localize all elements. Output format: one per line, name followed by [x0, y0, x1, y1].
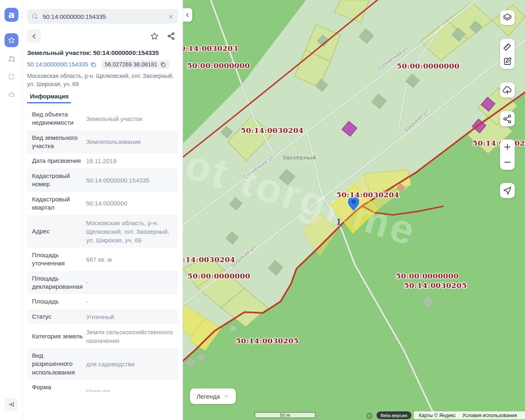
- chevron-up-icon: [223, 393, 229, 399]
- table-row: Форма собственностиЧастная: [27, 380, 178, 392]
- page-title: Земельный участок: 50:14:0000000:154335: [27, 49, 180, 57]
- table-row: Дата присвоения18.11.2019: [27, 153, 178, 169]
- zoom-in-button[interactable]: [500, 139, 515, 155]
- tab-underline: [27, 102, 71, 103]
- app-logo[interactable]: a: [5, 8, 18, 22]
- login-button[interactable]: [5, 398, 18, 411]
- cadastral-number-link[interactable]: 50:14:0000000:154335: [27, 61, 96, 68]
- table-row: Кадастровый квартал50:14:0000000: [27, 192, 178, 215]
- locate-me-button[interactable]: [500, 183, 515, 198]
- sidebar-item-favorites[interactable]: [5, 33, 18, 47]
- copy-icon[interactable]: [160, 62, 166, 68]
- cadastral-app: a: [0, 0, 525, 420]
- place-label: Заозёрный: [282, 154, 316, 161]
- coordinates-chip[interactable]: 56.027269 38.08181: [101, 60, 169, 69]
- table-row: Вид земельного участкаЗемлепользование: [27, 130, 178, 154]
- left-rail: a: [0, 0, 23, 420]
- collapse-panel-button[interactable]: [183, 8, 192, 22]
- ruler-button[interactable]: [500, 40, 515, 54]
- house-number-label: 52: [231, 326, 236, 331]
- search-bar: ×: [27, 9, 178, 24]
- detail-panel: × Земельный участок: 50:14:0000000:15433…: [23, 0, 183, 420]
- layers-button[interactable]: [500, 10, 515, 25]
- attributes-table: Вид объекта недвижимостиЗемельный участо…: [27, 107, 178, 392]
- dashed-square-icon: [8, 73, 15, 80]
- scale-bar: 50 m: [255, 412, 315, 418]
- table-row: Площадь-: [27, 294, 178, 309]
- sidebar-item-area-select[interactable]: [8, 73, 15, 80]
- upload-button[interactable]: [500, 82, 515, 98]
- polygon-nodes-icon: [8, 55, 15, 62]
- tab-information[interactable]: Информация: [30, 93, 68, 100]
- cadastral-label: 50:00:0000000: [396, 272, 459, 280]
- cadastral-label: 50:14:0030205: [236, 337, 299, 345]
- terms-of-use-link[interactable]: Условия использования: [462, 413, 517, 418]
- share-map-button[interactable]: [500, 111, 515, 126]
- copy-icon[interactable]: [90, 62, 96, 68]
- table-row: Категория земельЗемли сельскохозяйственн…: [27, 324, 178, 348]
- cadastral-label: 50:14:0030204: [336, 191, 399, 199]
- cadastral-label: 50:14:0030205: [404, 281, 467, 290]
- legend-button[interactable]: Легенда: [190, 388, 236, 404]
- app-logo-letter: a: [8, 10, 15, 20]
- table-row: Вид объекта недвижимостиЗемельный участо…: [27, 107, 178, 130]
- search-icon: [31, 13, 39, 20]
- cadastral-label: 50:00:0000000: [187, 272, 250, 280]
- share-button[interactable]: [166, 31, 176, 41]
- logout-icon: [7, 400, 15, 409]
- address-text: Московская область, р-н. Щелковский, снт…: [27, 72, 176, 89]
- cadastral-label: 50:14:0030204: [183, 256, 235, 264]
- star-icon: [7, 36, 16, 44]
- map-graphics: ot torgi me Солнечная ул.: [183, 0, 525, 420]
- cadastral-label: 50:14:0030203: [183, 44, 238, 52]
- star-icon: [150, 32, 159, 41]
- chevron-left-icon: [185, 12, 190, 18]
- sidebar-item-polygon-tool[interactable]: [8, 55, 15, 62]
- cadastral-label: 50:14:0030204: [241, 126, 304, 135]
- zoom-out-button[interactable]: [500, 155, 515, 170]
- share-icon: [167, 32, 176, 41]
- beta-badge: Beta-версия: [377, 411, 411, 419]
- table-row: АдресМосковская область, р-н. Щелковский…: [27, 215, 178, 248]
- cadastral-label: 50:00:0000000: [397, 62, 459, 70]
- info-button[interactable]: [366, 413, 373, 419]
- edit-button[interactable]: [500, 55, 515, 68]
- navigation-arrow-icon: [500, 183, 515, 198]
- favorite-button[interactable]: [149, 31, 159, 41]
- clear-search-icon[interactable]: ×: [168, 13, 174, 21]
- cadastral-label: 50:00:0000000: [187, 62, 250, 70]
- zoom-controls: [500, 139, 515, 170]
- cloud-icon: [8, 91, 15, 98]
- sidebar-item-cloud[interactable]: [8, 91, 15, 98]
- id-chips-row: 50:14:0000000:154335 56.027269 38.08181: [27, 60, 169, 69]
- search-input[interactable]: [42, 13, 168, 21]
- measure-tools-group: [500, 39, 515, 69]
- table-row: Площадь уточненная687 кв. м: [27, 248, 178, 271]
- table-row: Площадь декларированная-: [27, 271, 178, 294]
- table-row: Вид разрешенного использованиядля садово…: [27, 348, 178, 380]
- layers-icon: [500, 10, 515, 25]
- table-row: Кадастровый номер50:14:0000000:154335: [27, 169, 178, 192]
- maps-copyright-link[interactable]: Карты © Яндекс: [419, 413, 456, 418]
- cloud-upload-icon: [500, 83, 515, 98]
- cadastral-label: 50:14:0030205: [472, 139, 525, 147]
- table-row: СтатусУчтенный: [27, 309, 178, 324]
- share-icon: [500, 112, 515, 126]
- map-canvas[interactable]: ot torgi me Солнечная ул.: [183, 0, 525, 420]
- back-button[interactable]: [27, 29, 41, 43]
- chevron-left-icon: [31, 33, 37, 39]
- map-attribution: Карты © Яндекс Условия использования: [414, 411, 525, 419]
